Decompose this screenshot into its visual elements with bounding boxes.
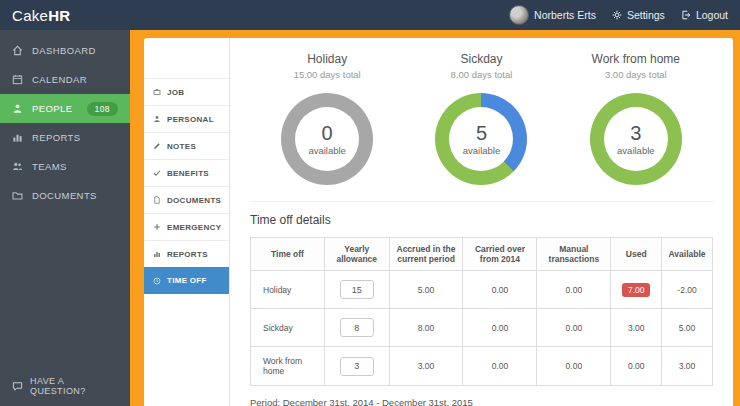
allowance-input-holiday[interactable] (340, 280, 374, 299)
logout-icon (681, 10, 691, 20)
table-row-work-from-home: Work from home 3.00 0.00 0.00 0.00 3.00 (251, 347, 713, 386)
sidebar-item-teams[interactable]: TEAMS (0, 152, 130, 181)
tab-label: NOTES (167, 142, 196, 151)
tab-emergency[interactable]: EMERGENCY (144, 213, 229, 240)
period-text: Period: December 31st, 2014 - December 3… (250, 397, 713, 406)
cell-yearly-allowance (324, 309, 389, 347)
donut-available-label: available (308, 145, 346, 156)
tab-time-off[interactable]: TIME OFF (144, 267, 229, 294)
sidebar-item-calendar[interactable]: CALENDAR (0, 65, 130, 94)
bar-chart-icon (12, 132, 23, 143)
app-logo[interactable]: CakeHR (0, 7, 82, 24)
section-heading: Time off details (250, 213, 713, 227)
cell-carried-over: 0.00 (463, 309, 537, 347)
donut-title: Holiday (250, 52, 404, 66)
tab-label: REPORTS (167, 250, 208, 259)
people-count-badge: 108 (87, 102, 118, 116)
col-carried-over: Carried over from 2014 (463, 238, 537, 271)
sidebar-item-dashboard[interactable]: DASHBOARD (0, 36, 130, 65)
file-icon (153, 196, 161, 204)
tab-documents[interactable]: DOCUMENTS (144, 186, 229, 213)
table-header-row: Time off Yearly allowance Accrued in the… (251, 238, 713, 271)
sidebar-item-label: CALENDAR (32, 74, 87, 85)
tab-personal[interactable]: PERSONAL (144, 105, 229, 132)
logo-text-bold: HR (48, 7, 70, 24)
tab-job[interactable]: JOB (144, 78, 229, 105)
tab-label: PERSONAL (167, 115, 214, 124)
sidebar-item-label: PEOPLE (32, 103, 72, 114)
sidebar-item-documents[interactable]: DOCUMENTS (0, 181, 130, 210)
folder-icon (12, 190, 23, 201)
tab-notes[interactable]: NOTES (144, 132, 229, 159)
cell-yearly-allowance (324, 271, 389, 309)
donut-value: 5 (476, 123, 487, 143)
sidebar-item-label: REPORTS (32, 132, 81, 143)
profile-card: JOB PERSONAL NOTES BENEFITS DOCUMENTS (144, 38, 733, 406)
sidebar-item-reports[interactable]: REPORTS (0, 123, 130, 152)
allowance-input-wfh[interactable] (340, 357, 374, 376)
sidebar-item-people[interactable]: PEOPLE 108 (0, 94, 130, 123)
donut-summary-row: Holiday 15.00 days total 0available Sick… (250, 52, 713, 185)
table-row-sickday: Sickday 8.00 0.00 0.00 3.00 5.00 (251, 309, 713, 347)
table-row-holiday: Holiday 5.00 0.00 0.00 7.00 -2.00 (251, 271, 713, 309)
cell-used: 7.00 (611, 271, 662, 309)
cell-manual-transactions: 0.00 (537, 271, 611, 309)
main-area: JOB PERSONAL NOTES BENEFITS DOCUMENTS (130, 30, 740, 406)
col-accrued: Accrued in the current period (389, 238, 463, 271)
sidebar-item-label: DOCUMENTS (32, 190, 97, 201)
cell-accrued: 8.00 (389, 309, 463, 347)
cell-manual-transactions: 0.00 (537, 309, 611, 347)
tab-benefits[interactable]: BENEFITS (144, 159, 229, 186)
settings-label: Settings (627, 9, 665, 21)
cell-available: 3.00 (662, 347, 713, 386)
time-off-table: Time off Yearly allowance Accrued in the… (250, 237, 713, 386)
tab-label: BENEFITS (167, 169, 209, 178)
clock-icon (153, 277, 161, 285)
donut-subtitle: 8.00 days total (404, 69, 558, 80)
cell-manual-transactions: 0.00 (537, 347, 611, 386)
cell-used: 3.00 (611, 309, 662, 347)
cell-accrued: 5.00 (389, 271, 463, 309)
tab-reports[interactable]: REPORTS (144, 240, 229, 267)
briefcase-icon (153, 88, 161, 96)
time-off-content: Holiday 15.00 days total 0available Sick… (230, 38, 733, 406)
avatar (509, 5, 529, 25)
col-used: Used (611, 238, 662, 271)
cell-yearly-allowance (324, 347, 389, 386)
user-name: Norberts Erts (534, 9, 596, 21)
sidebar-item-label: TEAMS (32, 161, 67, 172)
logout-button[interactable]: Logout (681, 9, 728, 21)
topbar: CakeHR Norberts Erts Settings Logout (0, 0, 740, 30)
chart-icon (153, 250, 161, 258)
cell-available: 5.00 (662, 309, 713, 347)
col-available: Available (662, 238, 713, 271)
calendar-icon (12, 74, 23, 85)
sidebar-item-label: DASHBOARD (32, 45, 96, 56)
cell-carried-over: 0.00 (463, 271, 537, 309)
chat-bubble-icon (12, 381, 23, 392)
cell-time-off: Sickday (251, 309, 325, 347)
logout-label: Logout (696, 9, 728, 21)
settings-button[interactable]: Settings (612, 9, 665, 21)
used-over-badge: 7.00 (622, 283, 651, 297)
cell-available: -2.00 (662, 271, 713, 309)
user-icon (153, 115, 161, 123)
donut-title: Work from home (559, 52, 713, 66)
home-icon (12, 45, 23, 56)
logo-text-light: Cake (12, 7, 48, 24)
gear-icon (612, 10, 622, 20)
plus-icon (153, 223, 161, 231)
cell-time-off: Work from home (251, 347, 325, 386)
user-menu[interactable]: Norberts Erts (509, 5, 596, 25)
donut-value: 3 (630, 123, 641, 143)
profile-subnav: JOB PERSONAL NOTES BENEFITS DOCUMENTS (144, 38, 230, 406)
donut-available-label: available (463, 145, 501, 156)
sickday-donut-chart: 5available (435, 93, 527, 185)
have-a-question-link[interactable]: HAVE A QUESTION? (0, 366, 130, 406)
sidebar: DASHBOARD CALENDAR PEOPLE 108 REPORTS TE… (0, 30, 130, 406)
col-yearly-allowance: Yearly allowance (324, 238, 389, 271)
col-manual-transactions: Manual transactions (537, 238, 611, 271)
wfh-donut-chart: 3available (590, 93, 682, 185)
tab-label: DOCUMENTS (167, 196, 221, 205)
allowance-input-sickday[interactable] (340, 318, 374, 337)
